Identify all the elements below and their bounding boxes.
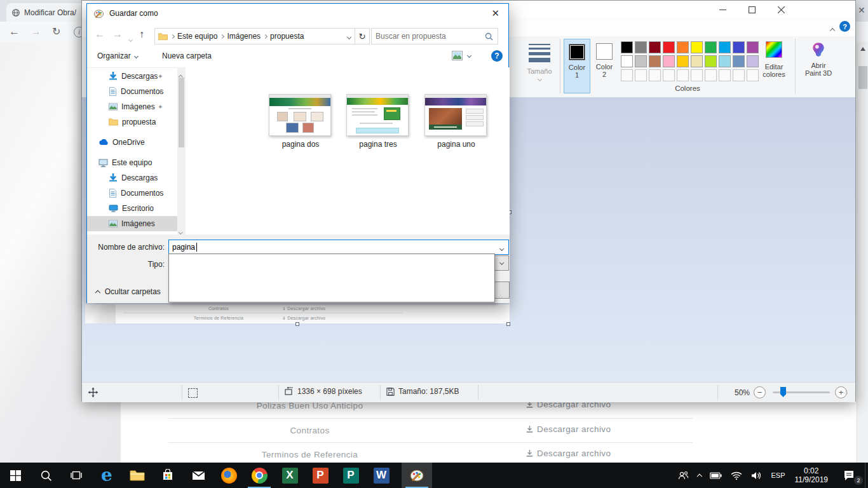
- scroll-up-icon[interactable]: [860, 47, 865, 51]
- palette-color[interactable]: [635, 41, 647, 53]
- taskbar-clock[interactable]: 0:02 11/9/2019: [790, 463, 834, 488]
- sidebar-item-este-equipo[interactable]: Este equipo: [87, 155, 177, 170]
- resize-handle-corner[interactable]: [506, 322, 510, 326]
- zoom-slider[interactable]: [773, 391, 830, 393]
- palette-color[interactable]: [719, 55, 731, 67]
- palette-color[interactable]: [677, 55, 689, 67]
- volume-icon[interactable]: [747, 463, 766, 488]
- color1-button[interactable]: Color 1: [564, 39, 590, 93]
- powerpoint-button[interactable]: P: [305, 463, 336, 488]
- publisher-button[interactable]: P: [336, 463, 366, 488]
- breadcrumb-item[interactable]: Imágenes: [226, 32, 262, 41]
- action-center-button[interactable]: 2: [833, 463, 865, 488]
- file-item-pagina-tres[interactable]: pagina tres: [346, 94, 410, 149]
- zoom-slider-handle[interactable]: [780, 387, 786, 397]
- word-button[interactable]: W: [366, 463, 397, 488]
- resize-handle-bottom[interactable]: [295, 322, 299, 326]
- chrome-close-button[interactable]: ✕: [858, 5, 865, 15]
- palette-empty-slot[interactable]: [705, 69, 717, 81]
- people-icon[interactable]: [674, 463, 693, 488]
- search-box[interactable]: [371, 28, 498, 44]
- size-button[interactable]: Tamaño: [523, 40, 556, 81]
- resize-grip[interactable]: ∴: [844, 391, 849, 393]
- edit-colors-button[interactable]: Editar colores: [757, 41, 791, 78]
- battery-icon[interactable]: [705, 463, 726, 488]
- download-link[interactable]: Descargar archivo: [526, 424, 611, 434]
- edge-button[interactable]: e: [92, 463, 122, 488]
- sidebar-item-propuesta[interactable]: propuesta: [87, 114, 177, 130]
- filetype-dropdown-icon[interactable]: [494, 255, 509, 271]
- firefox-button[interactable]: [214, 463, 244, 488]
- filename-dropdown-icon[interactable]: [500, 241, 503, 253]
- nav-history-icon[interactable]: [129, 32, 132, 44]
- address-dropdown-icon[interactable]: [348, 32, 351, 41]
- paint-canvas-image[interactable]: Contratos ⇓ Descargar archivo Terminos d…: [85, 304, 510, 323]
- collapse-ribbon-icon[interactable]: [831, 24, 834, 35]
- palette-color[interactable]: [691, 41, 703, 53]
- palette-empty-slot[interactable]: [733, 69, 745, 81]
- palette-empty-slot[interactable]: [635, 69, 647, 81]
- hide-folders-button[interactable]: Ocultar carpetas: [96, 287, 161, 296]
- palette-color[interactable]: [691, 55, 703, 67]
- refresh-button[interactable]: ↻: [355, 28, 370, 44]
- nav-forward-icon[interactable]: →: [112, 29, 123, 40]
- palette-color[interactable]: [621, 41, 633, 53]
- palette-empty-slot[interactable]: [663, 69, 675, 81]
- sidebar-item-imagenes[interactable]: Imágenes✦: [87, 99, 177, 114]
- file-explorer-button[interactable]: [122, 463, 153, 488]
- sidebar-item-imagenes-selected[interactable]: Imágenes: [87, 216, 177, 231]
- filename-autocomplete-dropdown[interactable]: [168, 254, 495, 302]
- organize-button[interactable]: Organizar: [97, 51, 138, 60]
- page-scrollbar[interactable]: [857, 42, 868, 463]
- file-item-pagina-dos[interactable]: pagina dos: [269, 94, 332, 149]
- view-mode-button[interactable]: [452, 51, 471, 60]
- sidebar-scroll-thumb[interactable]: [179, 78, 184, 147]
- show-desktop-button[interactable]: [865, 463, 868, 488]
- palette-empty-slot[interactable]: [649, 69, 661, 81]
- tray-expand-icon[interactable]: [693, 463, 706, 488]
- breadcrumb-item[interactable]: propuesta: [269, 32, 305, 41]
- back-icon[interactable]: ←: [9, 25, 20, 38]
- palette-empty-slot[interactable]: [677, 69, 689, 81]
- sidebar-item-documentos-2[interactable]: Documentos: [87, 186, 177, 201]
- taskbar-search-button[interactable]: [31, 463, 61, 488]
- chrome-button[interactable]: [244, 463, 275, 488]
- close-button[interactable]: [766, 1, 796, 18]
- palette-color[interactable]: [649, 41, 661, 53]
- language-indicator[interactable]: ESP: [766, 463, 789, 488]
- palette-empty-slot[interactable]: [719, 69, 731, 81]
- color2-button[interactable]: Color 2: [592, 39, 617, 93]
- palette-color[interactable]: [719, 41, 731, 53]
- task-view-button[interactable]: [61, 463, 92, 488]
- excel-button[interactable]: X: [275, 463, 305, 488]
- sidebar-item-documentos[interactable]: Documentos✦: [87, 84, 177, 99]
- download-link[interactable]: Descargar archivo: [526, 449, 611, 458]
- palette-color[interactable]: [705, 55, 717, 67]
- breadcrumb-item[interactable]: Este equipo: [176, 32, 219, 41]
- filename-input[interactable]: [169, 243, 495, 252]
- start-button[interactable]: [0, 463, 31, 488]
- minimize-button[interactable]: [708, 1, 737, 18]
- sidebar-item-escritorio[interactable]: Escritorio: [87, 201, 177, 216]
- palette-color[interactable]: [621, 55, 633, 67]
- search-input[interactable]: [372, 32, 485, 41]
- reload-icon[interactable]: ↻: [52, 25, 60, 37]
- dialog-close-icon[interactable]: ✕: [491, 8, 499, 19]
- sidebar-scrollbar[interactable]: [177, 67, 186, 234]
- open-paint3d-button[interactable]: Abrir Paint 3D: [799, 41, 838, 77]
- zoom-out-button[interactable]: −: [754, 386, 766, 398]
- maximize-button[interactable]: [737, 1, 766, 18]
- palette-color[interactable]: [663, 55, 675, 67]
- palette-empty-slot[interactable]: [691, 69, 703, 81]
- nav-back-icon[interactable]: ←: [95, 29, 105, 40]
- new-folder-button[interactable]: Nueva carpeta: [162, 51, 212, 60]
- scrollbar-thumb[interactable]: [858, 66, 867, 89]
- mail-button[interactable]: [183, 463, 214, 488]
- palette-color[interactable]: [663, 41, 675, 53]
- palette-color[interactable]: [677, 41, 689, 53]
- store-button[interactable]: [153, 463, 183, 488]
- sidebar-item-descargas[interactable]: Descargas✦: [87, 69, 177, 84]
- forward-icon[interactable]: →: [31, 25, 41, 38]
- help-icon[interactable]: ?: [839, 21, 850, 32]
- dialog-resize-grip[interactable]: ∴: [499, 295, 503, 297]
